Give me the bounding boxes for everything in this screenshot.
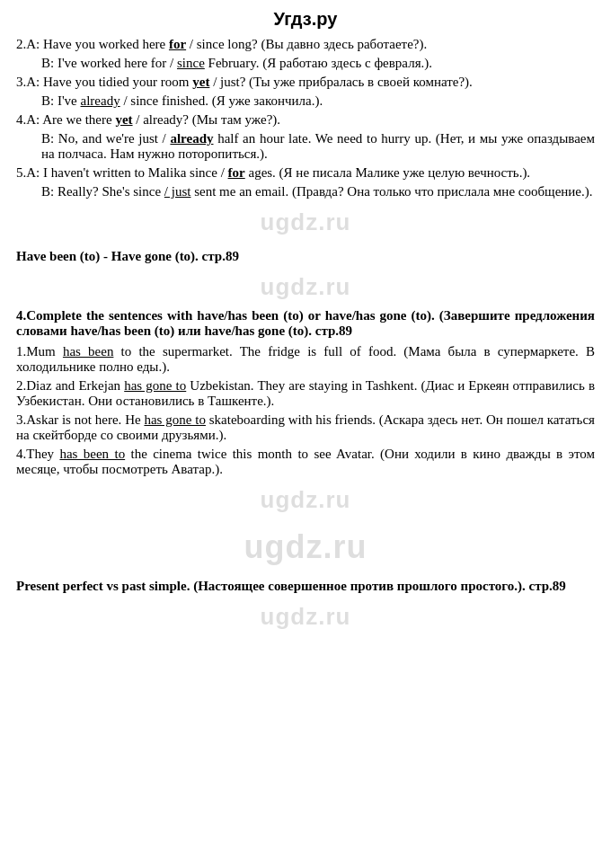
watermark-1: ugdz.ru (16, 208, 595, 236)
item-5b-post: sent me an email. (Правда? Она только чт… (190, 184, 592, 199)
item-3b-post: / since finished. (Я уже закончила.). (120, 93, 323, 108)
item-5b-just: / just (164, 184, 191, 199)
sent2-answer: has gone to (124, 378, 186, 393)
section3-text: Present perfect vs past simple. (Настоящ… (16, 579, 566, 593)
item-2b: B: I've worked here for / since February… (16, 56, 595, 71)
item-2b-since: since (177, 56, 205, 70)
item-4a-post: / already? (Мы там уже?). (133, 112, 281, 127)
watermark-5: ugdz.ru (16, 603, 595, 631)
task4-header: 4.Complete the sentences with have/has b… (16, 308, 595, 339)
item-5a-post: ages. (Я не писала Малике уже целую вечн… (245, 165, 530, 180)
item-3b-already: already (81, 93, 120, 108)
item-3a: 3.A: Have you tidied your room yet / jus… (16, 75, 595, 90)
sent2-num: 2.Diaz and Erkejan (16, 378, 124, 393)
watermark-3: ugdz.ru (16, 486, 595, 514)
sent3-answer: has gone to (144, 412, 205, 427)
item-3a-post: / just? (Ты уже прибралась в своей комна… (209, 75, 472, 89)
sentence-3: 3.Askar is not here. He has gone to skat… (16, 412, 595, 443)
sentences-block: 1.Mum has been to the supermarket. The f… (16, 344, 595, 477)
item-4a: 4.A: Are we there yet / already? (Мы там… (16, 112, 595, 128)
sentence-1: 1.Mum has been to the supermarket. The f… (16, 344, 595, 375)
section3-header: Present perfect vs past simple. (Настоящ… (16, 579, 595, 594)
sent4-num: 4.They (16, 447, 59, 461)
item-2a-for: for (169, 37, 186, 51)
watermark-2: ugdz.ru (16, 273, 595, 301)
item-5b-pre: B: Really? She's since (41, 184, 164, 199)
sentence-2: 2.Diaz and Erkejan has gone to Uzbekista… (16, 378, 595, 409)
watermark-4: ugdz.ru (16, 528, 595, 566)
sent4-answer: has been to (59, 447, 125, 461)
item-2a: 2.A: Have you worked here for / since lo… (16, 37, 595, 52)
item-4b-already: already (170, 131, 213, 146)
task4-label: Complete the sentences with have/has bee… (16, 308, 595, 338)
section1-content: 2.A: Have you worked here for / since lo… (16, 37, 595, 199)
item-2b-pre: B: I've worked here for / (41, 56, 177, 70)
item-2a-pre: 2.A: Have you worked here (16, 37, 169, 51)
item-5b: B: Really? She's since / just sent me an… (16, 184, 595, 199)
sent3-post: skateboarding (206, 412, 288, 427)
item-4a-yet: yet (115, 112, 132, 127)
item-2a-post: / since long? (Вы давно здесь работаете?… (186, 37, 427, 51)
item-4b-pre: B: No, and we're just / (41, 131, 170, 146)
section2-header: Have been (to) - Have gone (to). стр.89 (16, 249, 595, 264)
item-5a: 5.A: I haven't written to Malika since /… (16, 165, 595, 181)
sent1-answer: has been (63, 344, 113, 359)
sentence-4: 4.They has been to the cinema twice this… (16, 447, 595, 477)
item-5a-for: for (228, 165, 245, 180)
item-3b-pre: B: I've (41, 93, 81, 108)
item-5a-pre: 5.A: I haven't written to Malika since / (16, 165, 228, 180)
item-3b: B: I've already / since finished. (Я уже… (16, 93, 595, 109)
item-3a-pre: 3.A: Have you tidied your room (16, 75, 192, 89)
item-4b: B: No, and we're just / already half an … (16, 131, 595, 162)
task4-number: 4. (16, 308, 26, 323)
item-3a-yet: yet (192, 75, 209, 89)
sent3-with: with (288, 412, 313, 427)
item-2b-post: February. (Я работаю здесь с февраля.). (205, 56, 432, 70)
sent3-num: 3.Askar is not here. He (16, 412, 144, 427)
item-4a-pre: 4.A: Are we there (16, 112, 115, 127)
site-title: Угдз.ру (16, 9, 595, 30)
sent1-num: 1.Mum (16, 344, 63, 359)
